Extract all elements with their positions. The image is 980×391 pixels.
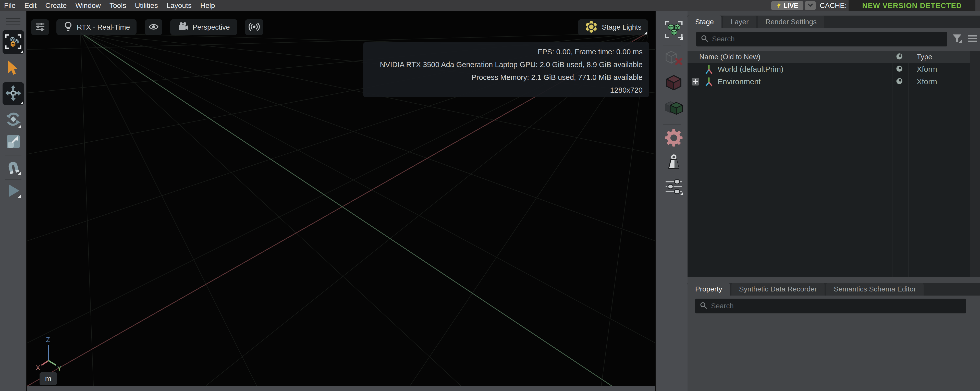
prim-name[interactable]: World (defaultPrim) [718,63,783,75]
dark-red-cube-icon [665,73,683,92]
menu-tools[interactable]: Tools [110,0,126,11]
flyout-indicator [680,192,683,195]
gpu-memory-stat: NVIDIA RTX 3500 Ada Generation Laptop GP… [363,58,643,71]
gear-icon [665,129,683,148]
collider-remove-button[interactable] [663,50,684,68]
menubar: File Edit Create Window Tools Utilities … [0,0,980,11]
menu-layouts[interactable]: Layouts [167,0,192,11]
stage-lights-label: Stage Lights [602,23,641,32]
dynamic-collider-button[interactable] [663,99,684,117]
tab-stage[interactable]: Stage [687,16,721,28]
cursor-arrow-icon [6,60,20,77]
type-column-header[interactable]: Type [917,51,932,63]
property-tab-strip: Property Synthetic Data Recorder Semanti… [687,283,980,296]
physics-options-button[interactable] [663,178,684,196]
physics-toolbar [655,11,687,391]
lightning-bolt-icon [776,2,781,10]
move-tool-button[interactable] [3,82,24,105]
prim-name[interactable]: Environment [718,75,760,88]
visibility-column-eye-icon [895,52,904,61]
stage-search-input[interactable] [712,35,943,43]
menu-window[interactable]: Window [75,0,101,11]
flyout-indicator [18,125,21,128]
mass-tool-button[interactable] [665,154,683,170]
app-window: File Edit Create Window Tools Utilities … [0,0,980,391]
chevron-down-icon [808,3,813,8]
visibility-toggle-eye-icon[interactable] [895,77,904,86]
tab-render-settings[interactable]: Render Settings [758,16,824,28]
physics-settings-button[interactable] [664,129,683,148]
menu-create[interactable]: Create [45,0,67,11]
live-button[interactable]: LIVE [771,1,803,10]
viewport-settings-button[interactable] [31,19,49,35]
stage-search-field[interactable] [696,32,947,46]
tab-layer[interactable]: Layer [723,16,756,28]
live-label: LIVE [783,2,798,10]
snap-tool-button[interactable] [5,159,21,176]
move-icon [5,85,22,103]
viewport[interactable]: RTX - Real-Time Perspective [27,11,655,386]
stage-lights-button[interactable]: Stage Lights [578,19,648,35]
axis-gizmo: Z X Y [32,338,70,374]
menu-utilities[interactable]: Utilities [135,0,158,11]
stage-filter-button[interactable] [951,33,963,45]
selection-cubes-icon [5,33,22,51]
hamburger-menu-icon [967,35,977,44]
menu-edit[interactable]: Edit [24,0,37,11]
name-column-header[interactable]: Name (Old to New) [699,51,760,63]
unit-button[interactable]: m [40,372,57,385]
visibility-toggle-eye-icon[interactable] [895,65,904,73]
xform-axis-icon [704,64,714,75]
visibility-button[interactable] [145,19,162,35]
play-button[interactable] [6,183,21,199]
camera-label: Perspective [192,23,230,32]
prim-type: Xform [917,63,937,75]
speaker-waves-icon [248,21,260,33]
tab-synthetic-data-recorder[interactable]: Synthetic Data Recorder [732,283,824,296]
audio-button[interactable] [245,19,263,35]
stage-light-icon [584,20,598,35]
menu-items: File Edit Create Window Tools Utilities … [4,0,215,11]
sliders-icon [35,21,46,33]
camera-selector-button[interactable]: Perspective [170,19,237,35]
toolbar-drag-handle[interactable] [6,18,21,27]
cache-label: CACHE: [820,0,847,11]
menu-file[interactable]: File [4,0,16,11]
process-memory-stat: Process Memory: 2.1 GiB used, 771.0 MiB … [363,71,643,84]
xform-axis-icon [704,76,714,88]
static-collider-button[interactable] [663,73,684,92]
tree-row-world[interactable]: World (defaultPrim) Xform [687,63,970,75]
prim-type: Xform [917,75,937,88]
left-toolbar [0,11,27,391]
live-dropdown-button[interactable] [805,1,816,10]
resolution-stat: 1280x720 [363,84,643,97]
stage-tree-header[interactable]: Name (Old to New) Type [687,51,970,63]
weight-icon [666,154,682,171]
viewport-bottom-strip [27,386,655,391]
selection-mode-button[interactable] [3,30,24,54]
tab-semantics-schema-editor[interactable]: Semantics Schema Editor [826,283,924,296]
search-icon [701,35,708,43]
flyout-indicator [644,31,647,35]
stage-tab-strip: Stage Layer Render Settings [687,16,980,28]
rotate-tool-button[interactable] [5,110,22,129]
z-axis-label: Z [46,336,50,344]
y-axis-label: Y [57,364,62,372]
scale-tool-button[interactable] [5,133,21,151]
property-search-input[interactable] [711,302,962,310]
render-mode-button[interactable]: RTX - Real-Time [56,19,137,35]
fps-stat: FPS: 0.00, Frame time: 0.00 ms [363,45,643,58]
selection-set-button[interactable] [664,19,683,41]
tree-row-environment[interactable]: Environment Xform [687,75,970,88]
expand-plus-icon[interactable] [692,78,699,86]
property-search-field[interactable] [695,299,966,313]
select-tool-button[interactable] [6,60,21,77]
flyout-indicator [20,50,23,53]
tab-property[interactable]: Property [687,283,730,296]
stage-options-button[interactable] [967,33,978,45]
camera-icon [178,22,189,33]
search-icon [700,302,708,310]
viewport-stats-overlay: FPS: 0.00, Frame time: 0.00 ms NVIDIA RT… [363,42,649,97]
scale-icon [6,134,21,150]
menu-help[interactable]: Help [200,0,215,11]
